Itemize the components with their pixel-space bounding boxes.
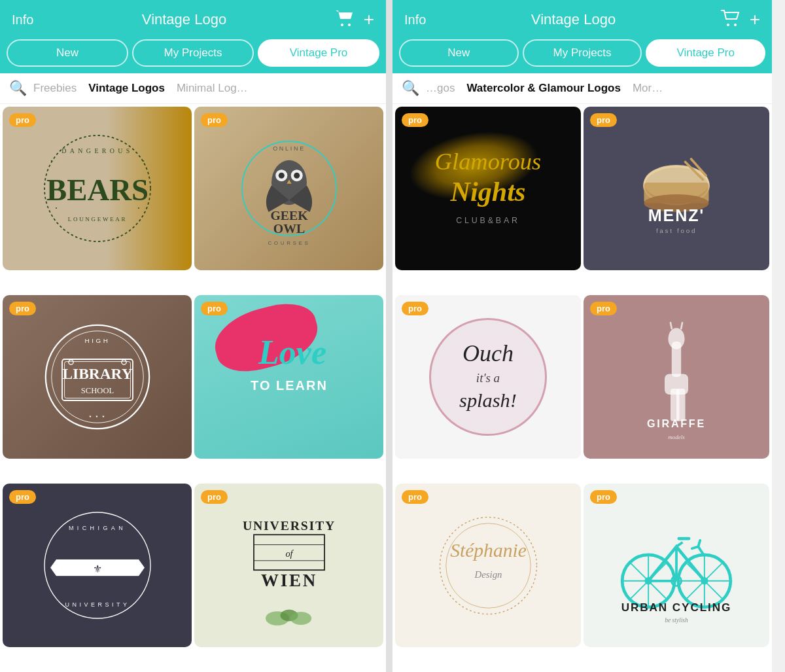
left-search-bar: 🔍 Freebies Vintage Logos Minimal Log… <box>0 73 386 104</box>
svg-point-28 <box>68 360 73 364</box>
right-card-glamour[interactable]: pro Glamorous Nights CLUB&BAR <box>395 107 581 270</box>
right-tab-vintagepro[interactable]: Vintage Pro <box>646 39 765 67</box>
left-card-library[interactable]: pro HIGH LIBRARY SCHOOL ⭑ ⭑ ⭑ <box>3 295 192 459</box>
right-header: Info Vintage Logo + <box>392 0 772 39</box>
svg-text:Love: Love <box>258 334 326 371</box>
left-badge-love: pro <box>201 302 228 315</box>
left-info-button[interactable]: Info <box>12 12 33 27</box>
svg-point-49 <box>727 24 729 26</box>
svg-text:COURSES: COURSES <box>268 240 310 246</box>
left-title: Vintage Logo <box>142 11 226 28</box>
left-header-icons: + <box>335 10 374 29</box>
svg-text:•: • <box>50 158 52 164</box>
right-badge-cycling: pro <box>590 490 617 504</box>
right-grid: pro Glamorous Nights CLUB&BAR pro <box>392 104 772 672</box>
left-tab-bar: New My Projects Vintage Pro <box>0 39 386 73</box>
right-card-stephanie[interactable]: pro Stéphanie Design <box>395 484 581 647</box>
svg-text:DANGEROUS: DANGEROUS <box>61 147 133 154</box>
svg-text:⚜: ⚜ <box>93 563 102 575</box>
right-plus-icon[interactable]: + <box>750 10 760 29</box>
svg-text:MICHIGAN: MICHIGAN <box>68 525 126 531</box>
right-panel: Info Vintage Logo + New My Projects Vint… <box>386 0 772 672</box>
svg-text:URBAN CYCLING: URBAN CYCLING <box>621 601 731 614</box>
svg-point-69 <box>668 328 684 349</box>
right-badge-ouch: pro <box>402 302 428 315</box>
svg-text:CLUB&BAR: CLUB&BAR <box>456 216 520 225</box>
svg-text:models: models <box>668 434 685 440</box>
left-card-bears[interactable]: pro DANGEROUS • • BEARS • • LOUNGEWEAR <box>3 107 192 270</box>
right-header-icons: + <box>721 10 760 29</box>
svg-text:MENZ': MENZ' <box>648 206 705 224</box>
left-card-wien[interactable]: pro UNIVERSITY of WIEN <box>194 484 383 647</box>
svg-text:of: of <box>285 548 294 559</box>
right-badge-giraffe: pro <box>590 302 617 315</box>
left-plus-icon[interactable]: + <box>364 10 374 29</box>
svg-text:⭑ ⭑ ⭑: ⭑ ⭑ ⭑ <box>88 413 105 419</box>
svg-marker-37 <box>139 559 145 576</box>
right-cat-watercolor[interactable]: Watercolor & Glamour Logos <box>466 82 621 95</box>
left-card-michigan[interactable]: pro MICHIGAN ⚜ UNIVERSITY <box>3 484 192 647</box>
svg-text:splash!: splash! <box>459 389 517 412</box>
left-tab-new[interactable]: New <box>7 39 128 67</box>
svg-text:fast food: fast food <box>656 227 697 234</box>
left-search-icon[interactable]: 🔍 <box>9 80 27 97</box>
right-card-cycling[interactable]: pro <box>584 484 769 647</box>
right-tab-myprojects[interactable]: My Projects <box>523 39 642 67</box>
right-search-icon[interactable]: 🔍 <box>402 80 419 97</box>
svg-text:Glamorous: Glamorous <box>435 149 542 175</box>
svg-text:UNIVERSITY: UNIVERSITY <box>65 601 130 608</box>
left-badge-michigan: pro <box>9 490 36 504</box>
left-cat-vintage[interactable]: Vintage Logos <box>88 82 165 95</box>
right-cart-icon[interactable] <box>721 10 741 29</box>
svg-line-94 <box>698 540 700 547</box>
svg-text:it's a: it's a <box>476 371 500 385</box>
right-info-button[interactable]: Info <box>404 12 426 27</box>
left-tab-myprojects[interactable]: My Projects <box>132 39 254 67</box>
left-panel: Info Vintage Logo + New My Projects Vint… <box>0 0 386 672</box>
right-tab-bar: New My Projects Vintage Pro <box>392 39 772 73</box>
left-tab-vintagepro[interactable]: Vintage Pro <box>258 39 379 67</box>
svg-text:HIGH: HIGH <box>84 337 110 344</box>
svg-text:Ouch: Ouch <box>462 340 514 366</box>
svg-point-75 <box>445 523 531 608</box>
svg-text:GIRAFFE: GIRAFFE <box>647 417 706 429</box>
left-card-geek[interactable]: pro ONLINE GEEK <box>194 107 383 270</box>
left-categories: Freebies Vintage Logos Minimal Log… <box>33 82 248 95</box>
svg-text:OWL: OWL <box>273 221 304 236</box>
svg-text:TO LEARN: TO LEARN <box>251 378 328 393</box>
left-grid: pro DANGEROUS • • BEARS • • LOUNGEWEAR p… <box>0 104 386 672</box>
svg-point-0 <box>341 24 343 26</box>
svg-point-29 <box>121 360 126 364</box>
right-cat-more[interactable]: Mor… <box>633 82 663 95</box>
right-cat-logos[interactable]: …gos <box>426 82 455 95</box>
right-categories: …gos Watercolor & Glamour Logos Mor… <box>426 82 663 95</box>
svg-text:GEEK: GEEK <box>270 208 308 222</box>
right-badge-menz: pro <box>590 113 617 127</box>
right-card-menz[interactable]: pro MENZ' fast food <box>584 107 769 270</box>
svg-line-71 <box>681 323 682 328</box>
left-cat-freebies[interactable]: Freebies <box>33 82 77 95</box>
svg-point-74 <box>440 517 536 614</box>
svg-text:•: • <box>142 158 144 164</box>
svg-text:Stéphanie: Stéphanie <box>450 539 527 560</box>
svg-text:WIEN: WIEN <box>261 571 317 590</box>
svg-text:ONLINE: ONLINE <box>273 145 305 152</box>
left-card-love[interactable]: pro Love TO LEARN <box>194 295 383 459</box>
left-badge-library: pro <box>9 302 36 315</box>
left-cart-icon[interactable] <box>335 10 355 29</box>
svg-rect-67 <box>665 374 688 395</box>
svg-point-50 <box>734 24 737 26</box>
right-badge-glamour: pro <box>402 113 428 127</box>
svg-point-1 <box>348 24 351 26</box>
right-card-giraffe[interactable]: pro GIRAFFE models <box>584 295 769 459</box>
svg-marker-36 <box>50 559 56 576</box>
svg-line-95 <box>676 542 683 547</box>
svg-point-15 <box>278 173 284 179</box>
svg-text:LOUNGEWEAR: LOUNGEWEAR <box>67 216 127 222</box>
left-cat-minimal[interactable]: Minimal Log… <box>177 82 248 95</box>
right-tab-new[interactable]: New <box>399 39 519 67</box>
right-card-ouch[interactable]: pro Ouch it's a splash! <box>395 295 581 459</box>
svg-text:Nights: Nights <box>450 176 526 207</box>
right-search-bar: 🔍 …gos Watercolor & Glamour Logos Mor… <box>392 73 772 104</box>
svg-text:UNIVERSITY: UNIVERSITY <box>242 518 335 533</box>
